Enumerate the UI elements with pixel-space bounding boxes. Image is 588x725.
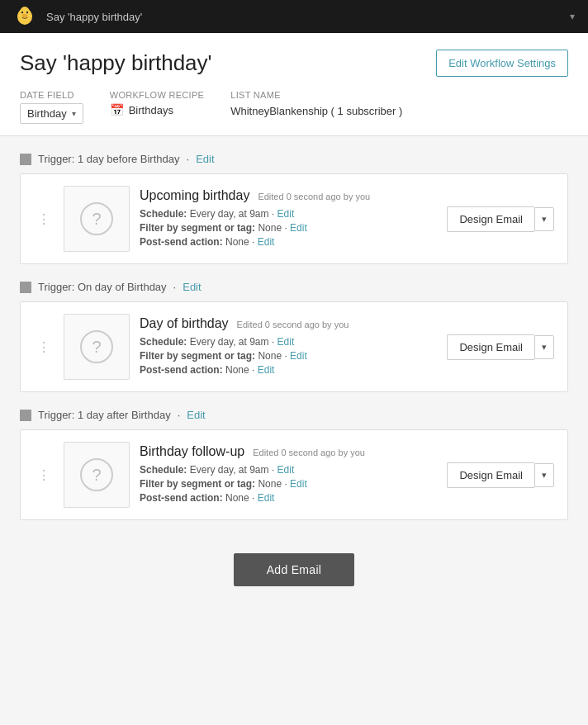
email-name-1: Upcoming birthday: [140, 188, 249, 203]
trigger-edit-link-3[interactable]: Edit: [187, 409, 205, 421]
trigger-indicator-3: [20, 410, 31, 421]
email-name-2: Day of birthday: [140, 316, 229, 331]
workflow-recipe-meta: Workflow recipe 📅 Birthdays: [110, 90, 205, 116]
drag-handle-1[interactable]: ⋮: [34, 211, 54, 227]
schedule-edit-link-3[interactable]: Edit: [277, 464, 295, 476]
email-meta-1: Edited 0 second ago by you: [258, 192, 370, 201]
svg-point-6: [27, 14, 32, 17]
email-thumbnail-1: ?: [64, 186, 130, 252]
email-name-3: Birthday follow-up: [140, 444, 244, 459]
filter-edit-link-2[interactable]: Edit: [290, 350, 307, 362]
email-info-1: Upcoming birthday Edited 0 second ago by…: [140, 188, 437, 250]
email-card-2: ⋮ ? Day of birthday Edited 0 second ago …: [20, 301, 568, 392]
svg-point-4: [22, 14, 28, 17]
list-name-meta: List name WhitneyBlankenship ( 1 subscri…: [230, 90, 402, 117]
email-actions-1: Design Email ▾: [447, 206, 554, 232]
date-field-select[interactable]: Birthday ▾: [20, 103, 83, 124]
email-postsend-2: Post-send action: None · Edit: [140, 364, 437, 376]
email-actions-2: Design Email ▾: [447, 334, 554, 360]
main-content: Trigger: 1 day before Birthday · Edit ⋮ …: [0, 136, 588, 628]
email-meta-2: Edited 0 second ago by you: [237, 320, 349, 329]
email-card-3: ⋮ ? Birthday follow-up Edited 0 second a…: [20, 429, 568, 520]
email-filter-2: Filter by segment or tag: None · Edit: [140, 350, 437, 362]
email-schedule-2: Schedule: Every day, at 9am · Edit: [140, 336, 437, 348]
email-info-2: Day of birthday Edited 0 second ago by y…: [140, 316, 437, 378]
trigger-dot-1: ·: [187, 153, 190, 165]
app-logo: [13, 4, 36, 30]
svg-point-5: [17, 14, 22, 17]
email-thumbnail-3: ?: [64, 442, 130, 508]
trigger-edit-link-1[interactable]: Edit: [196, 153, 214, 165]
list-name-label: List name: [230, 90, 402, 100]
drag-handle-3[interactable]: ⋮: [34, 467, 54, 483]
design-email-button-2[interactable]: Design Email: [447, 334, 534, 360]
edit-workflow-button[interactable]: Edit Workflow Settings: [436, 50, 568, 77]
email-schedule-3: Schedule: Every day, at 9am · Edit: [140, 464, 437, 476]
trigger-indicator-2: [20, 282, 31, 293]
date-field-value: Birthday: [27, 107, 67, 120]
design-email-dropdown-1[interactable]: ▾: [534, 207, 554, 231]
email-title-row-1: Upcoming birthday Edited 0 second ago by…: [140, 188, 437, 203]
email-postsend-1: Post-send action: None · Edit: [140, 236, 437, 248]
trigger-dot-3: ·: [178, 409, 181, 421]
schedule-edit-link-1[interactable]: Edit: [277, 208, 295, 220]
trigger-indicator-1: [20, 154, 31, 165]
drag-handle-2[interactable]: ⋮: [34, 339, 54, 355]
schedule-edit-link-2[interactable]: Edit: [277, 336, 295, 348]
email-meta-3: Edited 0 second ago by you: [253, 448, 365, 457]
trigger-text-3: Trigger: 1 day after Birthday: [38, 409, 171, 421]
filter-edit-link-3[interactable]: Edit: [290, 478, 307, 490]
top-nav: Say 'happy birthday' ▾: [0, 0, 588, 33]
add-email-section: Add Email: [20, 537, 568, 611]
trigger-edit-link-2[interactable]: Edit: [183, 281, 201, 293]
add-email-button[interactable]: Add Email: [234, 553, 355, 586]
page-title: Say 'happy birthday': [20, 50, 212, 76]
thumbnail-placeholder-2: ?: [80, 330, 113, 363]
email-title-row-3: Birthday follow-up Edited 0 second ago b…: [140, 444, 437, 459]
design-email-button-1[interactable]: Design Email: [447, 206, 534, 232]
nav-dropdown-arrow[interactable]: ▾: [570, 11, 575, 22]
trigger-label-2: Trigger: On day of Birthday · Edit: [20, 281, 568, 293]
svg-point-2: [21, 11, 23, 12]
trigger-section-3: Trigger: 1 day after Birthday · Edit ⋮ ?…: [20, 409, 568, 520]
list-name-value: WhitneyBlankenship ( 1 subscriber ): [230, 103, 402, 117]
meta-bar: Date Field Birthday ▾ Workflow recipe 📅 …: [20, 90, 568, 135]
email-filter-3: Filter by segment or tag: None · Edit: [140, 478, 437, 490]
trigger-dot-2: ·: [173, 281, 177, 293]
date-field-arrow: ▾: [72, 109, 76, 118]
thumbnail-placeholder-3: ?: [80, 458, 113, 491]
email-filter-1: Filter by segment or tag: None · Edit: [140, 222, 437, 234]
filter-edit-link-1[interactable]: Edit: [290, 222, 307, 234]
nav-title: Say 'happy birthday': [46, 11, 570, 23]
trigger-section-1: Trigger: 1 day before Birthday · Edit ⋮ …: [20, 153, 568, 264]
design-email-dropdown-3[interactable]: ▾: [534, 463, 554, 487]
email-title-row-2: Day of birthday Edited 0 second ago by y…: [140, 316, 437, 331]
thumbnail-placeholder-1: ?: [80, 202, 113, 235]
trigger-section-2: Trigger: On day of Birthday · Edit ⋮ ? D…: [20, 281, 568, 392]
trigger-text-1: Trigger: 1 day before Birthday: [38, 153, 180, 165]
design-email-dropdown-2[interactable]: ▾: [534, 335, 554, 359]
calendar-icon: 📅: [110, 103, 124, 116]
workflow-recipe-value: 📅 Birthdays: [110, 103, 205, 116]
trigger-text-2: Trigger: On day of Birthday: [38, 281, 167, 293]
date-field-label: Date Field: [20, 90, 83, 100]
email-card-1: ⋮ ? Upcoming birthday Edited 0 second ag…: [20, 173, 568, 264]
design-email-button-3[interactable]: Design Email: [447, 462, 534, 488]
postsend-edit-link-2[interactable]: Edit: [258, 364, 275, 376]
trigger-label-1: Trigger: 1 day before Birthday · Edit: [20, 153, 568, 165]
email-postsend-3: Post-send action: None · Edit: [140, 492, 437, 504]
page-header: Say 'happy birthday' Edit Workflow Setti…: [0, 33, 588, 136]
workflow-recipe-label: Workflow recipe: [110, 90, 205, 100]
postsend-edit-link-1[interactable]: Edit: [258, 236, 275, 248]
workflow-recipe-name: Birthdays: [129, 104, 173, 116]
email-schedule-1: Schedule: Every day, at 9am · Edit: [140, 208, 437, 220]
date-field-meta: Date Field Birthday ▾: [20, 90, 83, 124]
trigger-label-3: Trigger: 1 day after Birthday · Edit: [20, 409, 568, 421]
email-actions-3: Design Email ▾: [447, 462, 554, 488]
email-thumbnail-2: ?: [64, 314, 130, 380]
svg-point-3: [26, 11, 28, 12]
postsend-edit-link-3[interactable]: Edit: [258, 492, 275, 504]
email-info-3: Birthday follow-up Edited 0 second ago b…: [140, 444, 437, 506]
